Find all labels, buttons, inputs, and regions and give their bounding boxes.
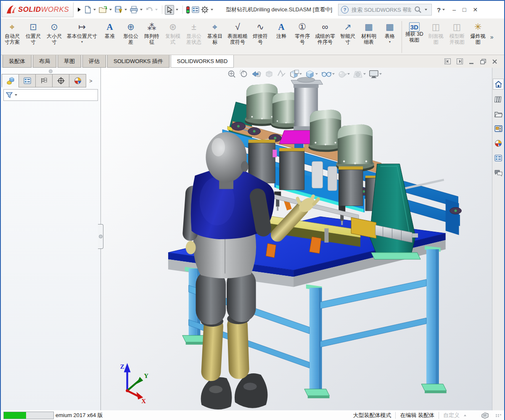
- capture-3d-view-button[interactable]: 3D 捕获 3D 视图: [403, 19, 426, 55]
- bill-of-materials-button[interactable]: ▦ 材料明 细表: [358, 19, 379, 55]
- maximize-button[interactable]: □: [463, 6, 466, 13]
- tab-sketch[interactable]: 草图: [58, 55, 81, 68]
- dynamic-annotation-views-button[interactable]: [277, 70, 286, 78]
- copy-scheme-button[interactable]: ⊛ 复制模 式: [162, 19, 183, 55]
- customize-caret[interactable]: [464, 415, 466, 416]
- apply-scene-button[interactable]: [353, 70, 366, 78]
- tables-icon: ▦: [386, 20, 394, 34]
- featuremanager-tab[interactable]: [2, 74, 19, 87]
- help-caret[interactable]: [442, 9, 445, 11]
- quick-tips-tag-icon[interactable]: [481, 412, 489, 419]
- tab-layout[interactable]: 布局: [33, 55, 56, 68]
- zoom-to-fit-button[interactable]: [227, 69, 236, 79]
- menu-flyout-arrow[interactable]: [78, 8, 81, 12]
- exploded-view-button[interactable]: ✳ 爆炸视 图: [468, 19, 489, 55]
- show-tolerance-status-button[interactable]: ± 显示公 差状态: [183, 19, 204, 55]
- edit-appearance-button[interactable]: [338, 70, 350, 78]
- collapse-right-icon[interactable]: [457, 58, 463, 64]
- collapse-left-icon[interactable]: [444, 58, 451, 64]
- hide-show-items-caret[interactable]: [332, 73, 335, 75]
- size-dimension-button[interactable]: ⊙ 大小尺 寸: [44, 19, 65, 55]
- options-list-button[interactable]: [191, 5, 200, 14]
- apply-scene-caret[interactable]: [363, 73, 366, 75]
- appearances-scenes-button[interactable]: [493, 138, 503, 148]
- help-button[interactable]: ?: [437, 6, 441, 13]
- doc-close-icon[interactable]: [492, 59, 497, 64]
- datum-button[interactable]: A 基准: [99, 19, 120, 55]
- resize-grip[interactable]: [496, 414, 502, 417]
- edit-appearance-caret[interactable]: [347, 73, 350, 75]
- select-button[interactable]: [165, 5, 174, 15]
- auto-dimension-scheme-button[interactable]: ⌖ 自动尺 寸方案: [2, 19, 23, 55]
- undo-button[interactable]: [145, 5, 153, 14]
- view-palette-button[interactable]: [493, 124, 503, 134]
- stacked-balloon-button[interactable]: ∞ 成组的零 件序号: [313, 19, 337, 55]
- minimize-button[interactable]: –: [452, 6, 456, 13]
- filter-bar[interactable]: [3, 89, 98, 101]
- doc-minimize-icon[interactable]: [469, 59, 474, 64]
- forum-chat-icon: [494, 169, 502, 177]
- new-document-button[interactable]: [84, 5, 92, 14]
- panel-grip[interactable]: [49, 69, 53, 73]
- view-settings-caret[interactable]: [379, 73, 382, 75]
- drill-motor-4[interactable]: [336, 124, 374, 172]
- drill-motor-3[interactable]: [309, 110, 343, 152]
- logo-text: SOLIDWORKS: [18, 5, 69, 14]
- propertymanager-tab[interactable]: [19, 74, 36, 87]
- view-orientation-caret[interactable]: [299, 73, 302, 75]
- ribbon-overflow-button[interactable]: »: [489, 19, 495, 55]
- smart-dimension-button[interactable]: ↗ 智能尺 寸: [337, 19, 358, 55]
- basic-location-dimension-button[interactable]: ↦ 基本位置尺寸: [65, 19, 99, 55]
- location-dimension-button[interactable]: ⊡ 位置尺 寸: [23, 19, 44, 55]
- filter-caret[interactable]: [15, 94, 17, 96]
- customize-button[interactable]: 自定义: [443, 412, 460, 419]
- rebuild-button[interactable]: [185, 5, 190, 15]
- hide-show-items-button[interactable]: [321, 70, 335, 78]
- model-break-view-button[interactable]: ◫ 模型断 开视图: [447, 19, 468, 55]
- design-library-button[interactable]: [493, 94, 503, 104]
- zoom-to-area-button[interactable]: [239, 69, 249, 79]
- tables-button[interactable]: ▦ 表格: [379, 19, 400, 55]
- tab-mbd[interactable]: SOLIDWORKS MBD: [171, 55, 234, 68]
- print-button[interactable]: [130, 5, 138, 14]
- pattern-feature-button[interactable]: ⁂ 阵列特 征: [141, 19, 162, 55]
- search-dropdown-caret[interactable]: [425, 9, 427, 11]
- search-box[interactable]: ?: [338, 4, 432, 16]
- datum-target-button[interactable]: ⌖ 基准目 标: [204, 19, 225, 55]
- weld-symbol-button[interactable]: ∿ 焊接符 号: [250, 19, 271, 55]
- dimxpertmanager-tab[interactable]: [52, 74, 69, 87]
- forum-button[interactable]: [493, 168, 503, 178]
- view-orientation-button[interactable]: [289, 69, 302, 79]
- view-settings-button[interactable]: [369, 70, 382, 79]
- tab-assembly[interactable]: 装配体: [3, 55, 32, 68]
- tab-evaluate[interactable]: 评估: [82, 55, 106, 68]
- search-input[interactable]: [351, 6, 412, 13]
- custom-properties-button[interactable]: [493, 153, 503, 163]
- file-explorer-button[interactable]: [493, 109, 503, 119]
- displaymanager-tab[interactable]: [69, 74, 86, 87]
- rebuild-stoplight-icon: [186, 6, 190, 14]
- geometric-tolerance-button[interactable]: ⊕ 形位公 差: [120, 19, 141, 55]
- section-view-button[interactable]: ◫ 剖面视 图: [426, 19, 447, 55]
- manager-tabs-expand[interactable]: >: [89, 78, 93, 84]
- panel-splitter-handle[interactable]: [98, 224, 103, 249]
- configurationmanager-tab[interactable]: [35, 74, 53, 87]
- surface-finish-symbol-button[interactable]: √ 表面粗糙 度符号: [225, 19, 250, 55]
- task-pane-home-button[interactable]: [493, 79, 504, 90]
- tab-addins[interactable]: SOLIDWORKS 插件: [107, 55, 169, 68]
- close-button[interactable]: ✕: [473, 6, 478, 13]
- balloon-button[interactable]: ① 零件序 号: [292, 19, 313, 55]
- section-view-button[interactable]: [264, 70, 274, 78]
- note-button[interactable]: A 注释: [271, 19, 292, 55]
- open-button[interactable]: [98, 5, 108, 14]
- previous-view-button[interactable]: [251, 70, 262, 78]
- 3d-scene[interactable]: Z Y X: [101, 68, 492, 410]
- note-icon: A: [278, 20, 284, 34]
- graphics-viewport[interactable]: Z Y X: [101, 68, 492, 410]
- display-style-caret[interactable]: [315, 73, 318, 75]
- search-icon[interactable]: [414, 6, 422, 13]
- doc-restore-icon[interactable]: [480, 59, 486, 64]
- display-style-button[interactable]: [305, 69, 318, 79]
- save-button[interactable]: !: [114, 5, 123, 14]
- settings-gear-button[interactable]: [201, 5, 209, 14]
